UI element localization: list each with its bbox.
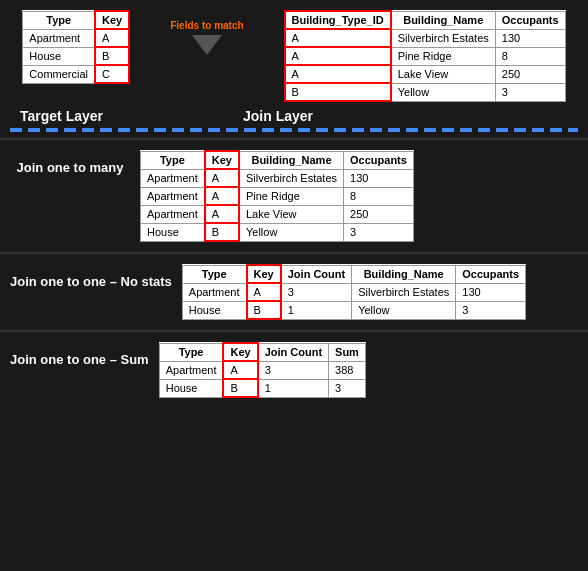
col-occupants: Occupants — [456, 265, 526, 283]
key-cell: B — [205, 223, 239, 241]
col-building-name: Building_Name — [391, 11, 496, 29]
key-cell: A — [205, 205, 239, 223]
occupants-cell: 3 — [495, 83, 565, 101]
table-row: House B — [23, 47, 129, 65]
arrow-label: Fields to match — [170, 20, 243, 31]
col-key: Key — [247, 265, 281, 283]
occupants-cell: 3 — [456, 301, 526, 319]
result2-table: Type Key Join Count Building_Name Occupa… — [182, 264, 526, 320]
sum-cell: 3 — [329, 379, 366, 397]
building-type-cell: A — [285, 65, 391, 83]
key-cell: A — [95, 29, 129, 47]
occupants-cell: 8 — [495, 47, 565, 65]
building-name-cell: Silverbirch Estates — [239, 169, 344, 187]
join-table: Building_Type_ID Building_Name Occupants… — [284, 10, 566, 102]
result1-table: Type Key Building_Name Occupants Apartme… — [140, 150, 414, 242]
col-occupants: Occupants — [344, 151, 414, 169]
building-name-cell: Yellow — [391, 83, 496, 101]
col-occupants: Occupants — [495, 11, 565, 29]
type-cell: House — [159, 379, 223, 397]
type-cell: Apartment — [182, 283, 246, 301]
key-cell: A — [205, 169, 239, 187]
result1-table-wrapper: Type Key Building_Name Occupants Apartme… — [140, 150, 578, 242]
table-row: A Pine Ridge 8 — [285, 47, 566, 65]
col-sum: Sum — [329, 343, 366, 361]
result3-table-wrapper: Type Key Join Count Sum Apartment A 3 38… — [159, 342, 578, 398]
type-cell: House — [182, 301, 246, 319]
target-table: Type Key Apartment A House B Commercial … — [22, 10, 130, 84]
occupants-cell: 130 — [344, 169, 414, 187]
building-name-cell: Silverbirch Estates — [391, 29, 496, 47]
building-type-cell: B — [285, 83, 391, 101]
table-row: House B Yellow 3 — [141, 223, 414, 241]
key-cell: A — [205, 187, 239, 205]
col-type: Type — [159, 343, 223, 361]
building-name-cell: Lake View — [391, 65, 496, 83]
type-cell: Apartment — [141, 169, 205, 187]
sum-cell: 388 — [329, 361, 366, 379]
type-cell: Apartment — [141, 187, 205, 205]
key-cell: A — [247, 283, 281, 301]
col-type: Type — [182, 265, 246, 283]
table-row: Apartment A Silverbirch Estates 130 — [141, 169, 414, 187]
result3-section: Join one to one – Sum Type Key Join Coun… — [0, 330, 588, 408]
key-cell: B — [223, 379, 257, 397]
table-row: Apartment A 3 388 — [159, 361, 365, 379]
target-layer-label: Target Layer — [20, 108, 103, 124]
col-key: Key — [223, 343, 257, 361]
type-cell: House — [23, 47, 95, 65]
dashed-divider — [10, 128, 578, 132]
divider-labels: Target Layer Join Layer — [0, 102, 588, 138]
table-row: Apartment A Lake View 250 — [141, 205, 414, 223]
join-one-to-many-label: Join one to many — [10, 150, 130, 177]
type-cell: Apartment — [23, 29, 95, 47]
occupants-cell: 130 — [495, 29, 565, 47]
col-type: Type — [141, 151, 205, 169]
col-building-name: Building_Name — [352, 265, 456, 283]
building-name-cell: Yellow — [352, 301, 456, 319]
table-row: Commercial C — [23, 65, 129, 83]
result2-section: Join one to one – No stats Type Key Join… — [0, 252, 588, 330]
result3-table: Type Key Join Count Sum Apartment A 3 38… — [159, 342, 366, 398]
key-cell: A — [223, 361, 257, 379]
table-row: A Lake View 250 — [285, 65, 566, 83]
arrow-down-icon — [192, 35, 222, 55]
building-type-cell: A — [285, 47, 391, 65]
join-table-container: Building_Type_ID Building_Name Occupants… — [284, 10, 566, 102]
type-cell: Commercial — [23, 65, 95, 83]
building-name-cell: Yellow — [239, 223, 344, 241]
join-one-to-one-no-stats-label: Join one to one – No stats — [10, 264, 172, 291]
col-key: Key — [205, 151, 239, 169]
building-name-cell: Pine Ridge — [239, 187, 344, 205]
table-row: House B 1 Yellow 3 — [182, 301, 525, 319]
type-cell: House — [141, 223, 205, 241]
key-cell: B — [95, 47, 129, 65]
table-row: Apartment A 3 Silverbirch Estates 130 — [182, 283, 525, 301]
occupants-cell: 8 — [344, 187, 414, 205]
occupants-cell: 3 — [344, 223, 414, 241]
join-count-cell: 3 — [281, 283, 352, 301]
join-layer-label: Join Layer — [243, 108, 313, 124]
col-key: Key — [95, 11, 129, 29]
building-type-cell: A — [285, 29, 391, 47]
building-name-cell: Silverbirch Estates — [352, 283, 456, 301]
building-name-cell: Pine Ridge — [391, 47, 496, 65]
col-join-count: Join Count — [281, 265, 352, 283]
join-one-to-one-sum-label: Join one to one – Sum — [10, 342, 149, 369]
col-type: Type — [23, 11, 95, 29]
type-cell: Apartment — [141, 205, 205, 223]
col-building-type-id: Building_Type_ID — [285, 11, 391, 29]
top-section: Type Key Apartment A House B Commercial … — [0, 0, 588, 102]
table-row: Apartment A — [23, 29, 129, 47]
key-cell: B — [247, 301, 281, 319]
key-cell: C — [95, 65, 129, 83]
table-row: Apartment A Pine Ridge 8 — [141, 187, 414, 205]
type-cell: Apartment — [159, 361, 223, 379]
result2-table-wrapper: Type Key Join Count Building_Name Occupa… — [182, 264, 578, 320]
occupants-cell: 250 — [495, 65, 565, 83]
join-count-cell: 3 — [258, 361, 329, 379]
table-row: B Yellow 3 — [285, 83, 566, 101]
join-count-cell: 1 — [258, 379, 329, 397]
occupants-cell: 250 — [344, 205, 414, 223]
occupants-cell: 130 — [456, 283, 526, 301]
